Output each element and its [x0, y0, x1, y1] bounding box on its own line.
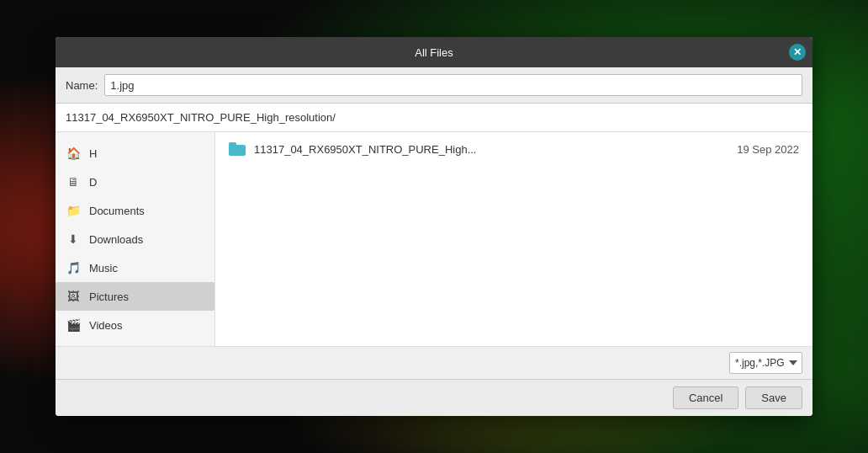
- file-list: 11317_04_RX6950XT_NITRO_PURE_High... 19 …: [215, 132, 812, 346]
- sidebar-item-home[interactable]: 🏠 H: [56, 139, 214, 168]
- dialog-title: All Files: [415, 46, 453, 59]
- sidebar-item-videos[interactable]: 🎬 Videos: [56, 311, 214, 339]
- videos-icon: 🎬: [66, 317, 81, 333]
- sidebar-label-home: H: [89, 147, 97, 160]
- cancel-button[interactable]: Cancel: [673, 386, 738, 409]
- sidebar-label-pictures: Pictures: [89, 290, 129, 303]
- folder-icon: [229, 142, 246, 156]
- music-icon: 🎵: [66, 260, 81, 275]
- list-item[interactable]: 11317_04_RX6950XT_NITRO_PURE_High... 19 …: [215, 136, 812, 163]
- sidebar-item-documents[interactable]: 📁 Documents: [56, 196, 214, 225]
- sidebar-item-downloads[interactable]: ⬇ Downloads: [56, 225, 214, 253]
- action-row: Cancel Save: [56, 379, 812, 416]
- filename-input[interactable]: [104, 74, 802, 96]
- download-icon: ⬇: [66, 232, 81, 247]
- filter-select[interactable]: *.jpg,*.JPG All Files (*): [729, 352, 802, 374]
- sidebar-label-videos: Videos: [89, 319, 123, 332]
- sidebar-item-pictures[interactable]: 🖼 Pictures: [56, 282, 214, 311]
- file-dialog: All Files ✕ Name: 11317_04_RX6950XT_NITR…: [56, 37, 812, 416]
- sidebar-item-music[interactable]: 🎵 Music: [56, 253, 214, 282]
- titlebar: All Files ✕: [56, 37, 812, 67]
- sidebar-label-music: Music: [89, 262, 118, 274]
- save-button[interactable]: Save: [745, 386, 802, 409]
- pictures-icon: 🖼: [66, 289, 81, 304]
- sidebar-label-downloads: Downloads: [89, 233, 143, 246]
- file-name: 11317_04_RX6950XT_NITRO_PURE_High...: [254, 143, 728, 156]
- name-label: Name:: [66, 79, 98, 92]
- file-date: 19 Sep 2022: [737, 143, 799, 156]
- sidebar-label-desktop: D: [89, 176, 97, 189]
- current-path: 11317_04_RX6950XT_NITRO_PURE_High_resolu…: [66, 111, 336, 124]
- close-button[interactable]: ✕: [789, 44, 806, 61]
- home-icon: 🏠: [66, 146, 81, 161]
- content-area: 🏠 H 🖥 D 📁 Documents ⬇ Downloads 🎵 Music …: [56, 132, 812, 346]
- sidebar-label-documents: Documents: [89, 205, 145, 217]
- name-row: Name:: [56, 67, 812, 104]
- path-bar: 11317_04_RX6950XT_NITRO_PURE_High_resolu…: [56, 104, 812, 132]
- sidebar-item-desktop[interactable]: 🖥 D: [56, 168, 214, 196]
- desktop-icon: 🖥: [66, 174, 81, 189]
- filter-bar: *.jpg,*.JPG All Files (*): [56, 346, 812, 379]
- sidebar: 🏠 H 🖥 D 📁 Documents ⬇ Downloads 🎵 Music …: [56, 132, 215, 346]
- documents-icon: 📁: [66, 203, 81, 218]
